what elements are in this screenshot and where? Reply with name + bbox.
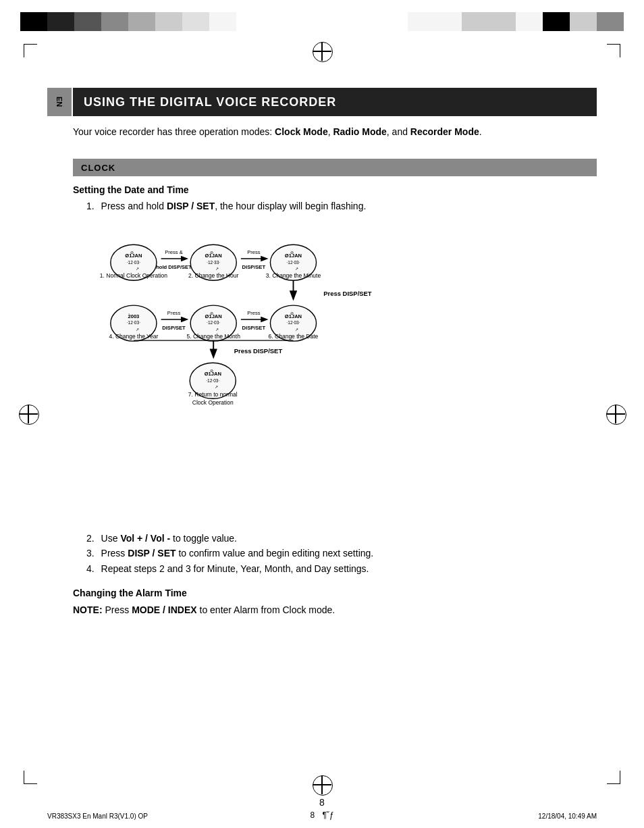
step1-end: , the hour display will begin flashing. [215, 201, 366, 211]
svg-text:·12·33·: ·12·33· [207, 260, 220, 265]
svg-text:Clock Operation: Clock Operation [192, 399, 234, 406]
color-bar-left [20, 12, 236, 31]
svg-text:⊘: ⊘ [210, 311, 213, 315]
note-bold: MODE / INDEX [132, 604, 196, 615]
step1-prefix: Press and hold [101, 201, 167, 211]
svg-text:Press &: Press & [165, 249, 182, 255]
main-content: EN USING THE DIGITAL VOICE RECORDER Your… [47, 88, 597, 760]
svg-text:3. Change the Minute: 3. Change the Minute [266, 272, 321, 279]
note-end: to enter Alarm from Clock mode. [197, 604, 336, 615]
reg-mark-top [313, 42, 331, 61]
intro-radio-mode: Radio Mode [333, 126, 386, 137]
svg-text:·12·03·: ·12·03· [286, 320, 300, 325]
svg-text:7.  Return to normal: 7. Return to normal [188, 391, 238, 398]
svg-text:↗: ↗ [136, 328, 139, 332]
intro-recorder-mode: Recorder Mode [410, 126, 479, 137]
svg-text:5. Change the Month: 5. Change the Month [186, 333, 240, 340]
footer-page-number: 8 [310, 810, 315, 820]
subsection-date-time: Setting the Date and Time [73, 184, 597, 195]
radio-mode-label: Radio Mode [333, 126, 386, 137]
intro-text-start: Your voice recorder has three operation … [73, 126, 275, 137]
svg-text:Press: Press [247, 310, 261, 316]
intro-clock-mode: Clock Mode [275, 126, 328, 137]
crop-mark-br [607, 771, 620, 784]
svg-text:·12·03·: ·12·03· [207, 320, 220, 325]
svg-text:Press: Press [167, 310, 181, 316]
svg-text:·12·03·: ·12·03· [127, 260, 140, 265]
intro-text: Your voice recorder has three operation … [73, 125, 597, 139]
svg-text:4. Change the Year: 4. Change the Year [109, 333, 159, 340]
svg-text:↗: ↗ [295, 328, 298, 332]
diagram-svg: Ø1JAN ·12·03· ⊘ ↗ 1. Normal Clock Operat… [73, 224, 597, 508]
intro-end: . [479, 126, 482, 137]
alarm-section: Changing the Alarm Time NOTE: Press MODE… [73, 588, 597, 617]
step2-bold: Vol + / Vol - [120, 533, 170, 544]
diagram-area: Ø1JAN ·12·03· ⊘ ↗ 1. Normal Clock Operat… [73, 224, 597, 508]
color-bar-right [408, 12, 624, 31]
steps-2-4: 2. Use Vol + / Vol - to toggle value. 3.… [73, 531, 597, 576]
footer-symbol: ¶˘ƒ [322, 810, 333, 820]
alarm-note: NOTE: Press MODE / INDEX to enter Alarm … [73, 602, 597, 617]
svg-text:·12·03·: ·12·03· [206, 378, 219, 383]
clock-section-label: CLOCK [81, 163, 115, 173]
svg-text:↗: ↗ [136, 267, 139, 271]
svg-text:⊘: ⊘ [290, 311, 294, 315]
step-4: 4. Repeat steps 2 and 3 for Minute, Year… [73, 561, 597, 576]
svg-text:6. Change the Date: 6. Change the Date [269, 333, 319, 340]
svg-text:DISP/SET: DISP/SET [242, 325, 266, 331]
svg-text:Press DISP/SET: Press DISP/SET [234, 347, 283, 355]
footer-right: 12/18/04, 10:49 AM [538, 812, 597, 820]
svg-text:⊘: ⊘ [290, 251, 294, 255]
svg-text:↗: ↗ [295, 267, 298, 271]
step-1-text: 1. Press and hold DISP / SET, the hour d… [73, 199, 597, 213]
en-badge: EN [47, 88, 72, 116]
clock-section-header: CLOCK [73, 159, 597, 176]
svg-text:hold DISP/SET: hold DISP/SET [156, 264, 192, 270]
crop-mark-tr [607, 44, 620, 57]
svg-text:·12·03·: ·12·03· [127, 320, 140, 325]
crop-mark-tl [24, 44, 37, 57]
step3-bold: DISP / SET [128, 548, 176, 559]
note-label: NOTE: [73, 604, 103, 615]
content-block: Setting the Date and Time 1. Press and h… [73, 184, 597, 223]
svg-text:⊘: ⊘ [130, 251, 134, 255]
svg-text:DISP/SET: DISP/SET [162, 325, 186, 331]
reg-mark-left [19, 405, 38, 423]
page-title: USING THE DIGITAL VOICE RECORDER [84, 95, 336, 109]
svg-text:↗: ↗ [215, 385, 218, 389]
step-2: 2. Use Vol + / Vol - to toggle value. [73, 531, 597, 546]
svg-text:2. Change the Hour: 2. Change the Hour [188, 272, 238, 279]
svg-text:Press DISP/SET: Press DISP/SET [323, 290, 372, 297]
step3-end: to confirm value and begin editing next … [176, 548, 374, 559]
note-text: Press [103, 604, 132, 615]
svg-text:⊘: ⊘ [210, 251, 213, 255]
step2-prefix: Use [101, 533, 121, 544]
svg-text:-: - [128, 311, 130, 315]
color-bars [0, 12, 644, 31]
reg-mark-bottom [313, 775, 331, 794]
svg-text:1. Normal Clock Operation: 1. Normal Clock Operation [100, 272, 167, 279]
step-3: 3. Press DISP / SET to confirm value and… [73, 546, 597, 561]
step1-bold: DISP / SET [167, 201, 215, 211]
step4-text: Repeat steps 2 and 3 for Minute, Year, M… [101, 563, 369, 574]
subsection-alarm: Changing the Alarm Time [73, 588, 597, 598]
svg-text:DISP/SET: DISP/SET [242, 264, 266, 270]
reg-mark-right [606, 405, 625, 423]
step2-end: to toggle value. [170, 533, 237, 544]
title-bar: USING THE DIGITAL VOICE RECORDER [73, 88, 597, 116]
step3-prefix: Press [101, 548, 128, 559]
svg-text:⊘: ⊘ [210, 369, 213, 373]
crop-mark-bl [24, 771, 37, 784]
svg-text:·12·03·: ·12·03· [286, 260, 300, 265]
svg-text:Press: Press [247, 249, 261, 255]
svg-text:↗: ↗ [215, 267, 219, 271]
svg-text:↗: ↗ [215, 328, 219, 332]
page-number: 8 [0, 797, 644, 808]
intro-sep2: , and [387, 126, 410, 137]
